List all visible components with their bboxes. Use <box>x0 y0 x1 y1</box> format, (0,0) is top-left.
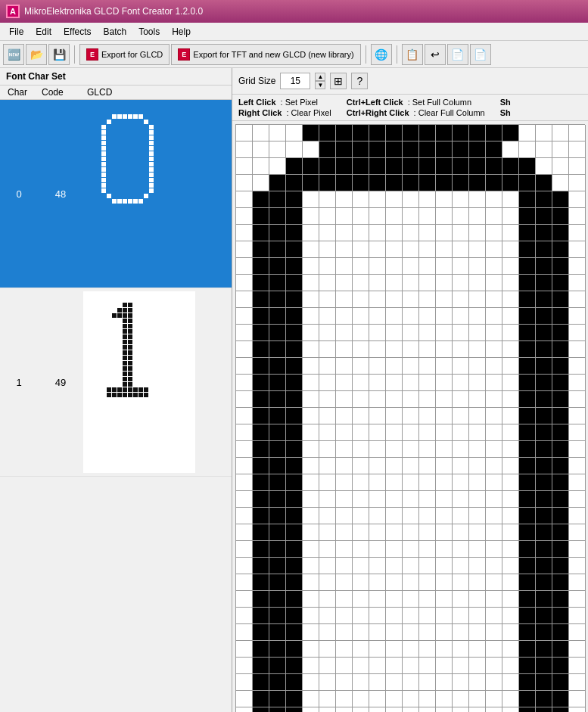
pixel-cell[interactable] <box>253 508 269 524</box>
pixel-cell[interactable] <box>569 508 586 524</box>
pixel-cell[interactable] <box>336 424 353 441</box>
pixel-cell[interactable] <box>269 491 286 508</box>
pixel-cell[interactable] <box>236 508 253 524</box>
pixel-cell[interactable] <box>303 208 319 225</box>
pixel-cell[interactable] <box>403 258 419 275</box>
pixel-cell[interactable] <box>519 591 536 608</box>
pixel-cell[interactable] <box>269 658 286 674</box>
spin-up-button[interactable]: ▲ <box>315 73 325 81</box>
pixel-cell[interactable] <box>436 325 453 341</box>
pixel-cell[interactable] <box>336 375 353 391</box>
pixel-cell[interactable] <box>536 358 552 375</box>
pixel-cell[interactable] <box>319 308 336 325</box>
pixel-cell[interactable] <box>569 408 586 424</box>
pixel-cell[interactable] <box>403 541 419 558</box>
pixel-cell[interactable] <box>486 641 502 658</box>
pixel-cell[interactable] <box>269 158 286 175</box>
pixel-cell[interactable] <box>269 308 286 325</box>
pixel-cell[interactable] <box>519 674 536 691</box>
pixel-cell[interactable] <box>502 474 519 491</box>
pixel-cell[interactable] <box>303 458 319 474</box>
pixel-cell[interactable] <box>269 325 286 341</box>
pixel-cell[interactable] <box>519 424 536 441</box>
pixel-cell[interactable] <box>386 358 403 375</box>
pixel-cell[interactable] <box>386 558 403 574</box>
pixel-cell[interactable] <box>236 158 253 175</box>
pixel-cell[interactable] <box>253 424 269 441</box>
pixel-cell[interactable] <box>353 641 369 658</box>
pixel-cell[interactable] <box>286 275 303 291</box>
pixel-cell[interactable] <box>552 208 569 225</box>
pixel-cell[interactable] <box>403 358 419 375</box>
pixel-cell[interactable] <box>469 141 486 158</box>
pixel-cell[interactable] <box>269 558 286 574</box>
pixel-cell[interactable] <box>253 458 269 474</box>
pixel-cell[interactable] <box>303 624 319 641</box>
pixel-cell[interactable] <box>552 141 569 158</box>
pixel-cell[interactable] <box>419 391 436 408</box>
pixel-cell[interactable] <box>303 641 319 658</box>
pixel-cell[interactable] <box>386 308 403 325</box>
pixel-cell[interactable] <box>403 474 419 491</box>
pixel-cell[interactable] <box>369 341 386 358</box>
pixel-cell[interactable] <box>303 558 319 574</box>
pixel-cell[interactable] <box>353 658 369 674</box>
pixel-cell[interactable] <box>436 225 453 241</box>
pixel-cell[interactable] <box>486 491 502 508</box>
pixel-cell[interactable] <box>552 608 569 624</box>
pixel-cell[interactable] <box>353 341 369 358</box>
pixel-cell[interactable] <box>569 707 586 712</box>
pixel-cell[interactable] <box>453 158 469 175</box>
pixel-cell[interactable] <box>303 491 319 508</box>
pixel-cell[interactable] <box>286 158 303 175</box>
pixel-cell[interactable] <box>353 408 369 424</box>
pixel-cell[interactable] <box>253 375 269 391</box>
pixel-cell[interactable] <box>403 574 419 591</box>
pixel-cell[interactable] <box>369 658 386 674</box>
pixel-cell[interactable] <box>502 491 519 508</box>
pixel-cell[interactable] <box>419 558 436 574</box>
pixel-cell[interactable] <box>286 541 303 558</box>
pixel-cell[interactable] <box>419 408 436 424</box>
pixel-cell[interactable] <box>536 574 552 591</box>
pixel-cell[interactable] <box>502 608 519 624</box>
pixel-cell[interactable] <box>269 458 286 474</box>
pixel-cell[interactable] <box>269 474 286 491</box>
pixel-cell[interactable] <box>386 175 403 191</box>
pixel-cell[interactable] <box>519 641 536 658</box>
pixel-cell[interactable] <box>236 591 253 608</box>
pixel-cell[interactable] <box>502 308 519 325</box>
pixel-cell[interactable] <box>569 441 586 458</box>
pixel-cell[interactable] <box>436 308 453 325</box>
pixel-cell[interactable] <box>236 175 253 191</box>
pixel-cell[interactable] <box>569 125 586 141</box>
pixel-cell[interactable] <box>536 624 552 641</box>
pixel-cell[interactable] <box>419 591 436 608</box>
pixel-cell[interactable] <box>486 558 502 574</box>
pixel-cell[interactable] <box>319 391 336 408</box>
pixel-cell[interactable] <box>419 691 436 707</box>
pixel-cell[interactable] <box>236 608 253 624</box>
pixel-cell[interactable] <box>469 707 486 712</box>
pixel-cell[interactable] <box>236 624 253 641</box>
pixel-cell[interactable] <box>519 624 536 641</box>
pixel-cell[interactable] <box>469 191 486 208</box>
pixel-cell[interactable] <box>536 125 552 141</box>
pixel-cell[interactable] <box>569 208 586 225</box>
pixel-cell[interactable] <box>336 524 353 541</box>
pixel-cell[interactable] <box>536 491 552 508</box>
pixel-cell[interactable] <box>369 491 386 508</box>
pixel-cell[interactable] <box>519 491 536 508</box>
pixel-cell[interactable] <box>336 358 353 375</box>
pixel-cell[interactable] <box>436 424 453 441</box>
pixel-cell[interactable] <box>286 375 303 391</box>
pixel-cell[interactable] <box>303 125 319 141</box>
pixel-cell[interactable] <box>236 125 253 141</box>
pixel-cell[interactable] <box>269 608 286 624</box>
pixel-cell[interactable] <box>552 474 569 491</box>
pixel-cell[interactable] <box>419 641 436 658</box>
pixel-cell[interactable] <box>453 375 469 391</box>
pixel-cell[interactable] <box>502 691 519 707</box>
pixel-cell[interactable] <box>236 375 253 391</box>
pixel-cell[interactable] <box>269 375 286 391</box>
